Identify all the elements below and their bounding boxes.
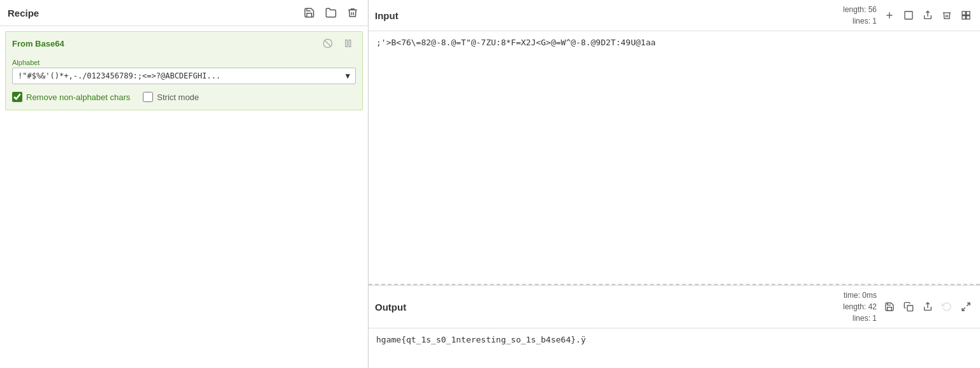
svg-rect-6 — [905, 11, 912, 19]
operation-body: Alphabet !"#$%&'()*+,-./0123456789:;<=>?… — [6, 55, 362, 110]
operation-header: From Base64 — [6, 32, 362, 55]
input-section: Input length: 56 lines: 1 — [369, 0, 980, 285]
input-header: Input length: 56 lines: 1 — [369, 0, 980, 31]
alphabet-label: Alphabet — [12, 59, 356, 66]
delete-input-icon[interactable] — [939, 8, 954, 23]
input-length-stat: length: 56 — [843, 4, 877, 15]
left-panel: Recipe — [0, 0, 369, 368]
operation-header-icons — [320, 36, 356, 51]
remove-nonalpha-input[interactable] — [12, 92, 22, 102]
dropdown-arrow-icon: ▼ — [346, 71, 350, 80]
output-header: Output time: 0ms length: 42 lines: 1 — [369, 285, 980, 328]
input-header-icons — [882, 8, 974, 23]
checkboxes-row: Remove non-alphabet chars Strict mode — [12, 92, 356, 102]
new-file-icon[interactable] — [901, 8, 916, 23]
input-stats: length: 56 lines: 1 — [843, 4, 877, 27]
copy-output-icon[interactable] — [901, 299, 916, 314]
output-content: hgame{qt_1s_s0_1nteresting_so_1s_b4se64}… — [369, 328, 980, 368]
export-output-icon[interactable] — [920, 299, 935, 314]
output-lines-stat: lines: 1 — [843, 313, 877, 324]
undo-output-icon[interactable] — [939, 299, 954, 314]
output-section: Output time: 0ms length: 42 lines: 1 — [369, 285, 980, 368]
output-title: Output — [375, 302, 406, 313]
svg-rect-8 — [962, 11, 965, 15]
strict-mode-input[interactable] — [143, 92, 153, 102]
delete-recipe-icon[interactable] — [345, 5, 360, 20]
output-header-right: time: 0ms length: 42 lines: 1 — [843, 290, 974, 324]
layout-input-icon[interactable] — [958, 8, 974, 23]
alphabet-dropdown[interactable]: !"#$%&'()*+,-./0123456789:;<=>?@ABCDEFGH… — [12, 68, 356, 84]
expand-output-icon[interactable] — [958, 299, 974, 314]
input-lines-stat: lines: 1 — [843, 15, 877, 27]
svg-rect-9 — [967, 11, 970, 15]
svg-line-15 — [962, 307, 965, 311]
open-folder-icon[interactable] — [323, 5, 339, 20]
import-input-icon[interactable] — [920, 8, 935, 23]
svg-rect-11 — [967, 16, 970, 19]
operation-title: From Base64 — [12, 39, 64, 48]
add-input-icon[interactable] — [882, 8, 897, 23]
save-recipe-icon[interactable] — [302, 5, 317, 20]
right-panel: Input length: 56 lines: 1 — [369, 0, 980, 368]
output-stats: time: 0ms length: 42 lines: 1 — [843, 290, 877, 324]
remove-nonalpha-checkbox[interactable]: Remove non-alphabet chars — [12, 92, 130, 102]
svg-line-14 — [967, 303, 970, 306]
save-output-icon[interactable] — [882, 299, 897, 314]
recipe-title: Recipe — [8, 8, 39, 18]
svg-rect-3 — [349, 40, 351, 47]
recipe-header-icons — [302, 5, 360, 20]
input-header-right: length: 56 lines: 1 — [843, 4, 974, 27]
input-title: Input — [375, 10, 399, 21]
output-header-icons — [882, 299, 974, 314]
operation-card: From Base64 Alphabet ! — [5, 31, 363, 110]
input-text: ;'>B<76\=82@-8.@=T"@-7ZU:8*F=X2J<G>@=W^@… — [376, 38, 655, 47]
strict-mode-checkbox[interactable]: Strict mode — [143, 92, 199, 102]
recipe-header: Recipe — [0, 0, 368, 26]
remove-nonalpha-label: Remove non-alphabet chars — [26, 92, 130, 102]
svg-rect-10 — [962, 16, 965, 19]
pause-operation-icon[interactable] — [340, 36, 356, 51]
svg-rect-2 — [346, 40, 347, 47]
svg-rect-12 — [907, 305, 913, 311]
output-time-stat: time: 0ms — [843, 290, 877, 301]
alphabet-value: !"#$%&'()*+,-./0123456789:;<=>?@ABCDEFGH… — [18, 71, 221, 80]
output-text: hgame{qt_1s_s0_1nteresting_so_1s_b4se64}… — [376, 335, 586, 344]
output-length-stat: length: 42 — [843, 301, 877, 313]
input-content[interactable]: ;'>B<76\=82@-8.@=T"@-7ZU:8*F=X2J<G>@=W^@… — [369, 31, 980, 284]
svg-line-1 — [325, 40, 330, 46]
disable-operation-icon[interactable] — [320, 36, 335, 51]
strict-mode-label: Strict mode — [157, 92, 199, 102]
